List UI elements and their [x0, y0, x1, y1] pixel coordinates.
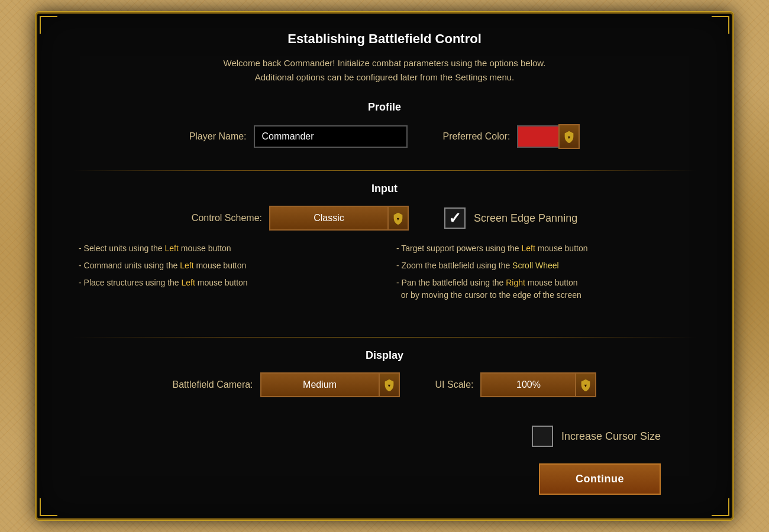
cursor-size-row: Increase Cursor Size: [73, 426, 696, 447]
display-controls-row: Battlefield Camera: Medium ▼ UI Scale: 1…: [73, 372, 696, 397]
dialog-title: Establishing Battlefield Control: [73, 31, 696, 47]
color-picker-group: ▼: [517, 124, 580, 149]
hint-zoom-battlefield: - Zoom the battlefield using the Scroll …: [396, 259, 690, 272]
battlefield-camera-dropdown-button[interactable]: ▼: [379, 372, 400, 397]
ui-scale-value[interactable]: 100%: [480, 372, 575, 397]
hints-row: - Select units using the Left mouse butt…: [73, 242, 696, 301]
preferred-color-group: Preferred Color: ▼: [443, 124, 580, 149]
battlefield-camera-dropdown: Medium ▼: [260, 372, 400, 397]
hints-left-col: - Select units using the Left mouse butt…: [79, 242, 373, 301]
battlefield-camera-group: Battlefield Camera: Medium ▼: [173, 372, 400, 397]
display-section: Display Battlefield Camera: Medium ▼: [73, 349, 696, 409]
ui-scale-shield-icon: ▼: [579, 378, 592, 391]
ui-scale-label: UI Scale:: [435, 379, 474, 390]
shield-icon: ▼: [563, 130, 576, 143]
hint-place-structures: - Place structures using the Left mouse …: [79, 277, 373, 289]
svg-text:▼: ▼: [387, 383, 391, 388]
color-dropdown-button[interactable]: ▼: [558, 124, 580, 149]
screen-edge-panning-checkbox[interactable]: ✓: [444, 207, 466, 229]
corner-tl: [40, 16, 57, 34]
hint-target-powers: - Target support powers using the Left m…: [396, 242, 690, 255]
svg-text:▼: ▼: [567, 135, 571, 140]
corner-bl: [40, 498, 57, 516]
control-scheme-value[interactable]: Classic: [269, 206, 387, 231]
screen-edge-panning-group: ✓ Screen Edge Panning: [444, 207, 577, 229]
battlefield-camera-label: Battlefield Camera:: [173, 379, 253, 390]
control-scheme-group: Control Scheme: Classic ▼: [192, 206, 409, 231]
player-name-label: Player Name:: [189, 131, 247, 142]
corner-tr: [712, 16, 729, 34]
continue-button[interactable]: Continue: [539, 463, 661, 495]
divider-2: [73, 337, 696, 338]
profile-section-header: Profile: [73, 101, 696, 113]
main-dialog: Establishing Battlefield Control Welcome…: [35, 12, 734, 520]
svg-text:▼: ▼: [584, 383, 588, 388]
control-scheme-dropdown: Classic ▼: [269, 206, 409, 231]
hint-select-units: - Select units using the Left mouse butt…: [79, 242, 373, 255]
battlefield-camera-value[interactable]: Medium: [260, 372, 379, 397]
corner-br: [712, 498, 729, 516]
input-section: Input Control Scheme: Classic ▼: [73, 183, 696, 318]
svg-text:▼: ▼: [396, 216, 400, 222]
profile-section: Profile Player Name: Preferred Color: ▼: [73, 101, 696, 149]
profile-row: Player Name: Preferred Color: ▼: [73, 124, 696, 149]
ui-scale-dropdown-button[interactable]: ▼: [575, 372, 596, 397]
increase-cursor-size-label: Increase Cursor Size: [561, 430, 661, 443]
divider-1: [73, 170, 696, 171]
display-section-header: Display: [73, 349, 696, 362]
hint-command-units: - Command units using the Left mouse but…: [79, 259, 373, 272]
input-controls-row: Control Scheme: Classic ▼ ✓ Screen Ed: [73, 206, 696, 231]
player-name-input[interactable]: [254, 125, 408, 148]
hint-pan-battlefield: - Pan the battlefield using the Right mo…: [396, 277, 690, 301]
player-name-group: Player Name:: [189, 125, 408, 148]
hints-right-col: - Target support powers using the Left m…: [396, 242, 690, 301]
camera-shield-icon: ▼: [383, 378, 396, 391]
increase-cursor-size-checkbox[interactable]: [532, 426, 553, 447]
screen-edge-panning-checkmark: ✓: [448, 210, 461, 226]
ui-scale-dropdown: 100% ▼: [480, 372, 596, 397]
preferred-color-label: Preferred Color:: [443, 131, 510, 142]
ui-scale-group: UI Scale: 100% ▼: [435, 372, 597, 397]
color-swatch[interactable]: [517, 125, 558, 148]
input-section-header: Input: [73, 183, 696, 195]
shield-dropdown-icon: ▼: [392, 212, 405, 225]
screen-edge-panning-label: Screen Edge Panning: [474, 212, 577, 225]
control-scheme-label: Control Scheme:: [192, 213, 262, 223]
continue-row: Continue: [73, 463, 696, 495]
dialog-subtitle: Welcome back Commander! Initialize comba…: [73, 56, 696, 85]
control-scheme-dropdown-button[interactable]: ▼: [387, 206, 409, 231]
